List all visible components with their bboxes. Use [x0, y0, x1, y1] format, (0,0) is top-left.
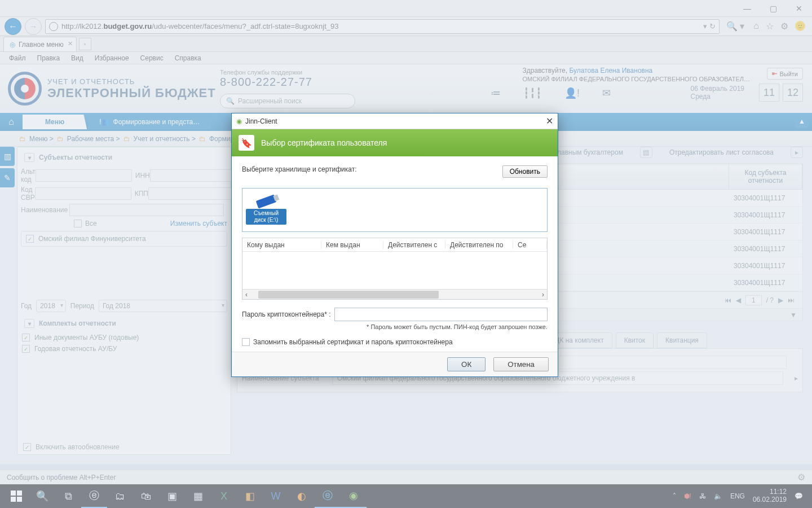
scroll-right-icon[interactable]: › — [539, 291, 547, 299]
password-row: Пароль криптоконтейнера* : — [242, 308, 548, 321]
cancel-button[interactable]: Отмена — [493, 357, 549, 371]
storage-item-removable[interactable]: Съемныйдиск (E:\) — [246, 195, 286, 225]
jinn-client-dialog: ◉ Jinn-Client ✕ 🔖 Выбор сертификата поль… — [231, 113, 558, 377]
remember-label: Запомнить выбранный сертификат и пароль … — [253, 338, 453, 346]
cert-col-until[interactable]: Действителен по — [445, 241, 513, 249]
cert-col-to[interactable]: Кому выдан — [242, 241, 321, 249]
scroll-thumb[interactable] — [258, 291, 439, 299]
dialog-close-icon[interactable]: ✕ — [546, 116, 553, 126]
dialog-body: Обновить Выберите хранилище и сертификат… — [232, 156, 558, 352]
refresh-button[interactable]: Обновить — [502, 165, 548, 178]
usb-icon — [256, 195, 277, 209]
ok-button[interactable]: ОК — [447, 357, 486, 371]
storage-label-1: Съемный — [254, 210, 279, 216]
dialog-window-title: Jinn-Client — [245, 117, 277, 125]
cert-col-extra[interactable]: Се — [513, 241, 547, 249]
password-label: Пароль криптоконтейнера* : — [242, 310, 331, 318]
cert-col-from[interactable]: Действителен с — [383, 241, 445, 249]
dialog-prompt: Выберите хранилище и сертификат: — [242, 165, 548, 173]
certificate-table: Кому выдан Кем выдан Действителен с Дейс… — [242, 238, 548, 300]
checkbox-remember[interactable] — [242, 338, 250, 346]
dialog-footer: ОК Отмена — [232, 352, 558, 376]
scroll-left-icon[interactable]: ‹ — [242, 291, 250, 299]
dialog-title: Выбор сертификата пользователя — [261, 138, 387, 147]
cert-col-by[interactable]: Кем выдан — [321, 241, 383, 249]
cert-h-scrollbar[interactable]: ‹ › — [242, 289, 547, 299]
password-input[interactable] — [334, 308, 548, 321]
storage-label-2: диск (E:\) — [254, 217, 278, 223]
remember-row[interactable]: Запомнить выбранный сертификат и пароль … — [242, 338, 548, 346]
storage-list: Съемныйдиск (E:\) — [242, 188, 548, 232]
password-hint: * Пароль может быть пустым. ПИН-код буде… — [242, 323, 548, 330]
dialog-header: 🔖 Выбор сертификата пользователя — [232, 129, 558, 156]
dialog-titlebar[interactable]: ◉ Jinn-Client ✕ — [232, 113, 558, 129]
jinn-icon: ◉ — [236, 117, 242, 125]
certificate-icon: 🔖 — [239, 135, 254, 151]
